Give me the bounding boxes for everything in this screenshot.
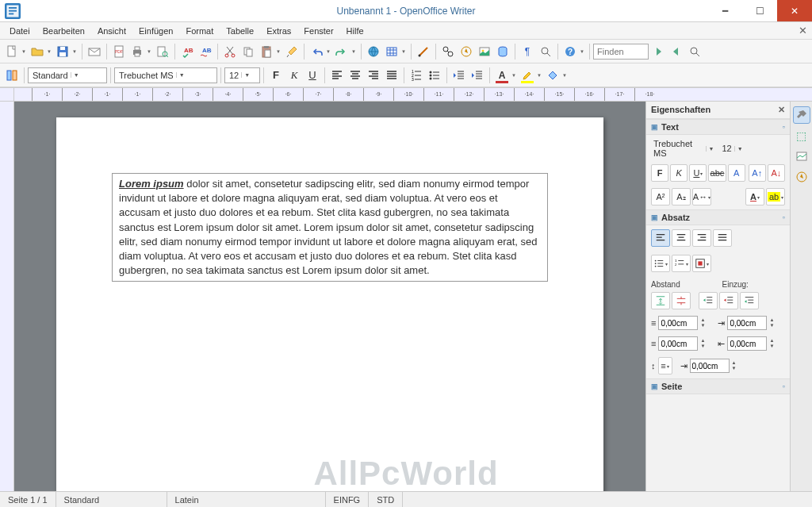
sb-hanging-indent-icon[interactable] [740,292,759,309]
hyperlink-icon[interactable] [365,43,382,60]
sb-font-name[interactable]: Trebuchet MS▼ [651,139,717,158]
sb-highlight-icon[interactable]: ab▾ [766,188,785,205]
redo-icon[interactable] [333,43,350,60]
menu-format[interactable]: Format [179,25,220,37]
sb-subscript-icon[interactable]: A₂ [672,188,691,205]
styles-window-icon[interactable] [3,67,21,84]
font-color-icon[interactable]: A [493,67,511,84]
font-size-combo[interactable]: 12▼ [224,67,260,83]
sb-bold-icon[interactable]: F [651,164,668,182]
menu-datei[interactable]: Datei [3,25,36,37]
highlight-icon[interactable] [519,67,536,84]
nonprinting-chars-icon[interactable]: ¶ [519,43,536,60]
table-icon[interactable] [383,43,400,60]
sidebar-tab-navigator-icon[interactable] [793,168,810,186]
sb-dec-space-icon[interactable] [672,292,691,309]
sidebar-tab-styles-icon[interactable]: ⬚ [793,127,810,144]
new-icon[interactable] [3,43,21,60]
close-button[interactable]: ✕ [777,0,812,21]
print-preview-icon[interactable] [154,43,171,60]
font-name-combo[interactable]: Trebuchet MS▼ [114,67,217,83]
space-above-field[interactable]: ≡▲▼ [651,316,710,330]
panel-seite-head[interactable]: ▣Seite▫ [646,378,790,394]
increase-indent-icon[interactable] [469,67,486,84]
sb-dec-indent-icon[interactable] [719,292,738,309]
sb-align-center-icon[interactable] [672,229,691,247]
print-icon[interactable] [128,43,146,60]
align-justify-icon[interactable] [383,67,400,84]
status-page[interactable]: Seite 1 / 1 [0,492,56,507]
email-icon[interactable] [86,43,103,60]
sb-underline-icon[interactable]: U▾ [689,164,707,182]
doc-body-text[interactable]: dolor sit amet, consetetur sadipscing el… [119,178,538,276]
minimize-button[interactable]: ━ [707,0,742,21]
status-insert[interactable]: EINFG [326,492,370,507]
datasource-icon[interactable] [494,43,511,60]
menu-bearbeiten[interactable]: Bearbeiten [36,25,91,37]
sb-bullets-icon[interactable]: ▾ [651,255,670,272]
close-document-icon[interactable]: ✕ [799,25,807,36]
open-icon[interactable] [29,43,46,60]
align-left-icon[interactable] [328,67,346,84]
auto-spellcheck-icon[interactable]: ABC [197,43,214,60]
spellcheck-icon[interactable]: ABC [178,43,196,60]
space-below-field[interactable]: ≡▲▼ [651,336,710,351]
zoom-icon[interactable] [537,43,554,60]
find-prev-icon[interactable] [668,43,685,60]
cut-icon[interactable] [221,43,239,60]
page[interactable]: Lorem ipsum dolor sit amet, consetetur s… [56,117,603,491]
panel-text-head[interactable]: ▣Text▫ [646,119,790,135]
sb-font-size[interactable]: 12▼ [720,144,786,153]
align-right-icon[interactable] [365,67,382,84]
status-lang[interactable]: Latein [167,492,326,507]
sb-bgcolor-icon[interactable]: ▾ [692,255,711,272]
sb-align-right-icon[interactable] [692,229,711,247]
sb-fontcolor-icon[interactable]: A▾ [745,188,764,205]
copy-icon[interactable] [239,43,257,60]
menu-fenster[interactable]: Fenster [297,25,339,37]
help-icon[interactable]: ? [561,43,579,60]
indent-left-field[interactable]: ⇥▲▼ [718,316,779,330]
menu-extras[interactable]: Extras [260,25,297,37]
doc-title-phrase[interactable]: Lorem ipsum [119,178,184,190]
sb-align-justify-icon[interactable] [713,229,732,247]
sb-spacing-icon[interactable]: A↔▾ [692,188,711,205]
bg-color-icon[interactable] [544,67,561,84]
sb-superscript-icon[interactable]: A² [651,188,670,205]
sb-strike-icon[interactable]: abc [708,164,726,182]
find-input[interactable] [593,44,649,60]
horizontal-ruler[interactable]: ·1··2··1··1··2··3··4··5··6··7··8··9··10·… [0,87,812,102]
navigator-icon[interactable] [458,43,475,60]
undo-icon[interactable] [308,43,325,60]
sidebar-tab-properties-icon[interactable] [793,106,810,124]
sb-italic-icon[interactable]: K [670,164,688,182]
numbered-list-icon[interactable]: 123 [408,67,425,84]
paste-icon[interactable] [258,43,275,60]
maximize-button[interactable]: ☐ [742,0,777,21]
menu-hilfe[interactable]: Hilfe [340,25,370,37]
first-line-indent-field[interactable]: ⇥▲▼ [680,357,741,374]
pdf-export-icon[interactable]: PDF [110,43,128,60]
paragraph-style-combo[interactable]: Standard▼ [28,67,107,83]
find-replace-icon[interactable] [439,43,457,60]
sidebar-tab-gallery-icon[interactable] [793,148,810,165]
text-frame[interactable]: Lorem ipsum dolor sit amet, consetetur s… [112,173,548,282]
decrease-indent-icon[interactable] [450,67,468,84]
find-next-icon[interactable] [649,43,667,60]
sb-numbering-icon[interactable]: 12▾ [672,255,691,272]
show-draw-icon[interactable] [415,43,432,60]
sidebar-close-icon[interactable]: ✕ [778,105,785,115]
italic-icon[interactable]: K [285,67,303,84]
sb-grow-font-icon[interactable]: A↑ [749,164,766,182]
menu-tabelle[interactable]: Tabelle [220,25,260,37]
underline-icon[interactable]: U [304,67,321,84]
sb-inc-space-icon[interactable] [651,292,670,309]
align-center-icon[interactable] [347,67,364,84]
gallery-icon[interactable] [476,43,493,60]
vertical-ruler[interactable] [0,102,14,491]
sb-shrink-font-icon[interactable]: A↓ [768,164,785,182]
sb-align-left-icon[interactable] [651,229,670,247]
bullet-list-icon[interactable] [426,67,443,84]
line-spacing-field[interactable]: ↕≡▾ [651,357,672,374]
page-scroll[interactable]: Lorem ipsum dolor sit amet, consetetur s… [14,102,645,491]
